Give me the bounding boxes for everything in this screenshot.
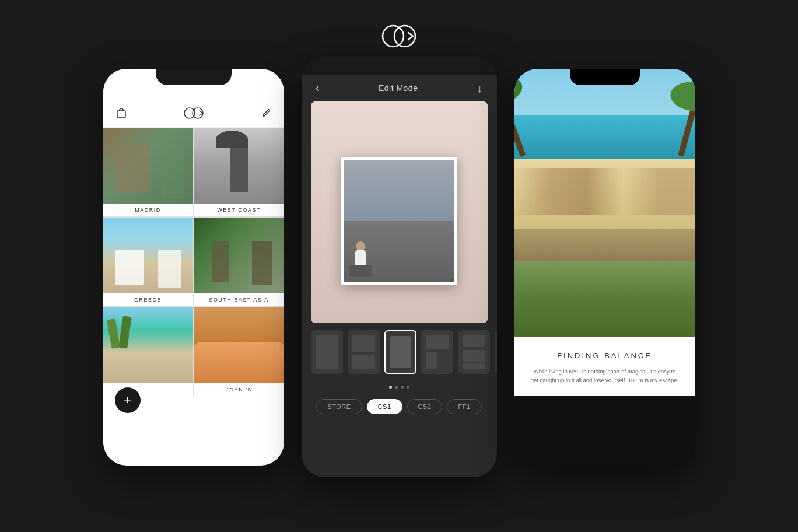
beach-vegetation bbox=[514, 261, 695, 337]
download-icon[interactable]: ↓ bbox=[477, 82, 483, 95]
grid-cell-westcoast[interactable]: WEST COAST bbox=[194, 128, 284, 216]
app-logo-area bbox=[380, 23, 418, 51]
dot-2 bbox=[395, 386, 398, 388]
phone-right: FINDING BALANCE While living in NYC is n… bbox=[514, 69, 695, 466]
mid-notch bbox=[361, 57, 437, 75]
grid-cell-india[interactable]: JOANI'S bbox=[194, 307, 284, 396]
article-title: FINDING BALANCE bbox=[531, 351, 679, 360]
svg-rect-2 bbox=[117, 111, 125, 118]
template-thumb-5[interactable] bbox=[458, 330, 490, 374]
mid-header: ‹ Edit Mode ↓ bbox=[302, 75, 497, 102]
template-thumb-1[interactable] bbox=[311, 330, 343, 374]
template-thumb-4[interactable] bbox=[421, 330, 453, 374]
tab-store[interactable]: STORE bbox=[316, 399, 362, 414]
tab-ff1[interactable]: FF1 bbox=[447, 399, 481, 414]
left-notch-area bbox=[103, 69, 284, 102]
edit-mode-title: Edit Mode bbox=[379, 83, 418, 93]
header-logo-icon bbox=[183, 106, 204, 120]
right-notch bbox=[570, 69, 640, 85]
svg-point-4 bbox=[192, 108, 203, 118]
phone-left: MADRID WEST COAST GREECE SOUTH EAST ASIA bbox=[103, 69, 284, 466]
template-thumb-3-active[interactable] bbox=[384, 330, 416, 374]
phone-mid: ‹ Edit Mode ↓ × bbox=[302, 57, 497, 477]
photo-frame[interactable]: × bbox=[341, 157, 457, 285]
main-logo-icon bbox=[380, 23, 418, 49]
svg-point-3 bbox=[184, 108, 195, 118]
grid-cell-tulum[interactable]: — bbox=[103, 307, 193, 396]
edit-canvas[interactable]: × bbox=[311, 102, 488, 323]
back-icon[interactable]: ‹ bbox=[316, 80, 320, 96]
palm-tree-icon bbox=[230, 139, 248, 192]
photo-grid: MADRID WEST COAST GREECE SOUTH EAST ASIA bbox=[103, 128, 284, 396]
svg-point-0 bbox=[383, 26, 404, 47]
template-thumb-6[interactable] bbox=[495, 330, 497, 374]
phones-container: MADRID WEST COAST GREECE SOUTH EAST ASIA bbox=[103, 69, 695, 477]
template-thumb-2[interactable] bbox=[348, 330, 380, 374]
beach-photo bbox=[514, 69, 695, 337]
grid-cell-madrid[interactable]: MADRID bbox=[103, 128, 193, 216]
fab-add-button[interactable]: + bbox=[115, 387, 141, 413]
filter-tabs: STORE CS1 CS2 FF1 bbox=[302, 393, 497, 420]
dot-1 bbox=[389, 386, 392, 388]
figure-legs bbox=[349, 265, 372, 277]
dot-3 bbox=[401, 386, 404, 388]
edit-icon[interactable] bbox=[260, 107, 272, 120]
template-strip bbox=[302, 323, 497, 381]
bag-icon[interactable] bbox=[115, 107, 128, 120]
grid-cell-greece[interactable]: GREECE bbox=[103, 218, 193, 306]
grid-cell-southeastasia[interactable]: SOUTH EAST ASIA bbox=[194, 218, 284, 306]
dot-4 bbox=[407, 386, 410, 388]
photo-content bbox=[344, 160, 454, 282]
tab-cs1[interactable]: CS1 bbox=[367, 399, 402, 414]
left-notch bbox=[156, 69, 232, 85]
article-body: While living in NYC is nothing short of … bbox=[531, 367, 679, 384]
tab-cs2[interactable]: CS2 bbox=[407, 399, 443, 414]
add-icon: + bbox=[124, 394, 131, 407]
page-dots bbox=[302, 381, 497, 393]
left-phone-header bbox=[103, 102, 284, 128]
right-phone-content: FINDING BALANCE While living in NYC is n… bbox=[514, 337, 695, 396]
beach-umbrellas bbox=[514, 168, 695, 215]
